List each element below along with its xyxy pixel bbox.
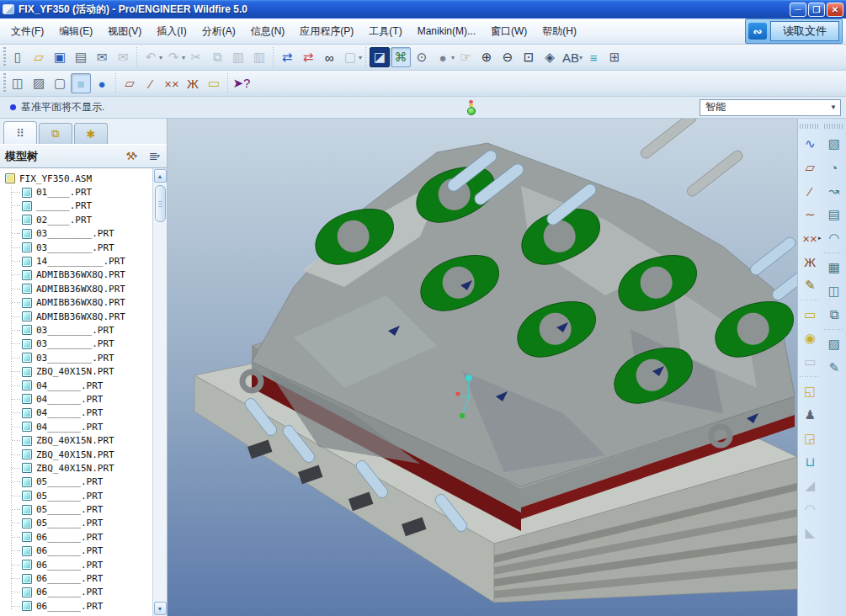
chevron-down-icon[interactable]: ▾: [451, 54, 455, 61]
create-component-icon[interactable]: ◲: [799, 427, 821, 449]
flyout-arrow-icon[interactable]: ▸: [818, 235, 822, 242]
tree-item[interactable]: 06______.PRT: [3, 586, 152, 599]
send-mail-icon[interactable]: ✉: [92, 47, 112, 67]
extrude-icon[interactable]: ▧: [823, 133, 845, 155]
menu-item[interactable]: 信息(N): [243, 23, 293, 40]
tree-item[interactable]: ______.PRT: [3, 199, 152, 213]
context-help-icon[interactable]: ➤?: [231, 73, 252, 93]
read-file-icon[interactable]: ∾: [748, 23, 767, 40]
datum-spline-icon[interactable]: ∿: [799, 133, 821, 155]
tab-folder-browser[interactable]: ⧉: [39, 123, 72, 144]
open-file-icon[interactable]: ▱: [29, 47, 49, 67]
chevron-down-icon[interactable]: ▾: [159, 54, 162, 61]
tree-item[interactable]: ADMIBB36WX8Q.PRT: [3, 268, 152, 282]
tree-item[interactable]: 03________.PRT: [3, 227, 152, 241]
datum-plane-icon[interactable]: ▱: [799, 157, 821, 178]
pattern-icon[interactable]: ▦: [823, 257, 845, 279]
zoom-out-icon[interactable]: ⊖: [497, 47, 518, 67]
annotation-tag-icon[interactable]: ▭: [799, 304, 821, 326]
assemble-component-icon[interactable]: ◱: [799, 380, 821, 402]
save-icon[interactable]: ▣: [50, 47, 70, 67]
tree-item[interactable]: FIX_YF350.ASM: [3, 172, 152, 185]
tree-item[interactable]: 14__________.PRT: [3, 254, 152, 268]
shade-mode-icon[interactable]: ●: [433, 47, 453, 67]
custom-regenerate-icon[interactable]: ⇄: [298, 47, 318, 67]
tree-item[interactable]: 06______.PRT: [3, 599, 152, 613]
annotations-icon[interactable]: AB: [561, 47, 581, 67]
tree-item[interactable]: ZBQ_40X15N.PRT: [3, 364, 152, 378]
wireframe-icon[interactable]: ◫: [8, 73, 28, 93]
menu-item[interactable]: Manikin(M)...: [410, 23, 483, 40]
annotation-display-icon[interactable]: ▭: [204, 73, 224, 93]
hole-tool-icon[interactable]: ⊔: [799, 451, 821, 473]
tree-item[interactable]: 06______.PRT: [3, 544, 152, 558]
scroll-up-icon[interactable]: ▲: [154, 169, 167, 183]
graphics-viewport[interactable]: [168, 119, 797, 616]
scroll-thumb[interactable]: [155, 185, 166, 222]
chevron-down-icon[interactable]: ▾: [182, 54, 185, 61]
tree-item[interactable]: 04______.PRT: [3, 420, 152, 433]
chevron-down-icon[interactable]: ▼: [827, 100, 840, 115]
sketch-icon[interactable]: ✎: [799, 274, 821, 296]
tab-favorites[interactable]: ✱: [74, 123, 108, 144]
enhanced-realism-icon[interactable]: ●: [92, 73, 112, 93]
sweep-icon[interactable]: ↝: [823, 180, 845, 202]
tree-settings-button[interactable]: ⚒ ▾: [124, 149, 139, 163]
toolbar-drag-handle[interactable]: [2, 73, 7, 93]
driving-dim-annotation-icon[interactable]: ◉: [799, 327, 821, 349]
toolbar-drag-handle[interactable]: [2, 47, 7, 67]
menu-item[interactable]: 分析(A): [194, 23, 243, 40]
tree-display-button[interactable]: ≣ ▾: [147, 149, 162, 163]
close-button[interactable]: ✕: [827, 3, 843, 17]
scroll-down-icon[interactable]: ▼: [154, 602, 167, 615]
menu-item[interactable]: 应用程序(P): [292, 23, 361, 40]
edit-icon[interactable]: ✎: [823, 357, 845, 379]
tree-scrollbar[interactable]: ▲ ▼: [152, 168, 167, 616]
copy-geom-icon[interactable]: ⧉: [823, 304, 845, 326]
tree-item[interactable]: ADMIBB36WX8Q.PRT: [3, 310, 152, 323]
plane-display-icon[interactable]: ▱: [120, 73, 140, 93]
tree-item[interactable]: ZBQ_40X15N.PRT: [3, 433, 152, 447]
menu-item[interactable]: 插入(I): [149, 23, 194, 40]
search-model-icon[interactable]: ⊙: [412, 47, 432, 67]
tree-item[interactable]: 05______.PRT: [3, 502, 152, 516]
refit-icon[interactable]: ⊡: [519, 47, 539, 67]
tree-item[interactable]: 04______.PRT: [3, 406, 152, 420]
assemble-manikin-icon[interactable]: ♟: [799, 404, 821, 426]
menu-item[interactable]: 编辑(E): [51, 23, 100, 40]
tree-item[interactable]: 06______.PRT: [3, 558, 152, 571]
flexible-modeling-icon[interactable]: ▨: [823, 333, 845, 355]
tree-item[interactable]: ADMIBB36WX8Q.PRT: [3, 296, 152, 310]
style-icon[interactable]: ◠: [823, 227, 845, 249]
tree-item[interactable]: 01____.PRT: [3, 185, 152, 199]
menu-item[interactable]: 窗口(W): [483, 23, 535, 40]
restore-button[interactable]: ❐: [808, 3, 825, 17]
menu-item[interactable]: 文件(F): [3, 23, 51, 40]
tree-item[interactable]: 05______.PRT: [3, 475, 152, 489]
chevron-down-icon[interactable]: ▾: [359, 54, 362, 61]
tree-item[interactable]: 03________.PRT: [3, 323, 152, 337]
zoom-in-icon[interactable]: ⊕: [476, 47, 497, 67]
tree-item[interactable]: 03________.PRT: [3, 337, 152, 351]
datum-csys-icon[interactable]: Ж: [799, 251, 821, 273]
csys-display-icon[interactable]: Ж: [183, 73, 203, 93]
axis-display-icon[interactable]: ⁄: [141, 73, 161, 93]
datum-graph-icon[interactable]: ⌘: [391, 47, 411, 67]
new-file-icon[interactable]: ▯: [8, 47, 28, 67]
menu-item[interactable]: 视图(V): [100, 23, 149, 40]
toolbar-drag-handle[interactable]: [824, 124, 844, 129]
tree-item[interactable]: 06______.PRT: [3, 530, 152, 544]
selection-filter-combo[interactable]: 智能 ▼: [700, 99, 841, 116]
chevron-down-icon[interactable]: ▾: [579, 54, 583, 61]
no-hidden-icon[interactable]: ▢: [50, 73, 70, 93]
point-display-icon[interactable]: ××: [162, 73, 182, 93]
tree-item[interactable]: ADMIBB36WX8Q.PRT: [3, 282, 152, 295]
blend-icon[interactable]: ▤: [823, 204, 845, 226]
tree-item[interactable]: 03________.PRT: [3, 241, 152, 254]
datum-curve-icon[interactable]: ∼: [799, 204, 821, 226]
tab-model-tree[interactable]: ⠿: [3, 121, 37, 144]
find-icon[interactable]: ∞: [319, 47, 339, 67]
tree-item[interactable]: ZBQ_40X15N.PRT: [3, 448, 152, 461]
hidden-line-icon[interactable]: ▨: [29, 73, 49, 93]
print-icon[interactable]: ▤: [71, 47, 91, 67]
